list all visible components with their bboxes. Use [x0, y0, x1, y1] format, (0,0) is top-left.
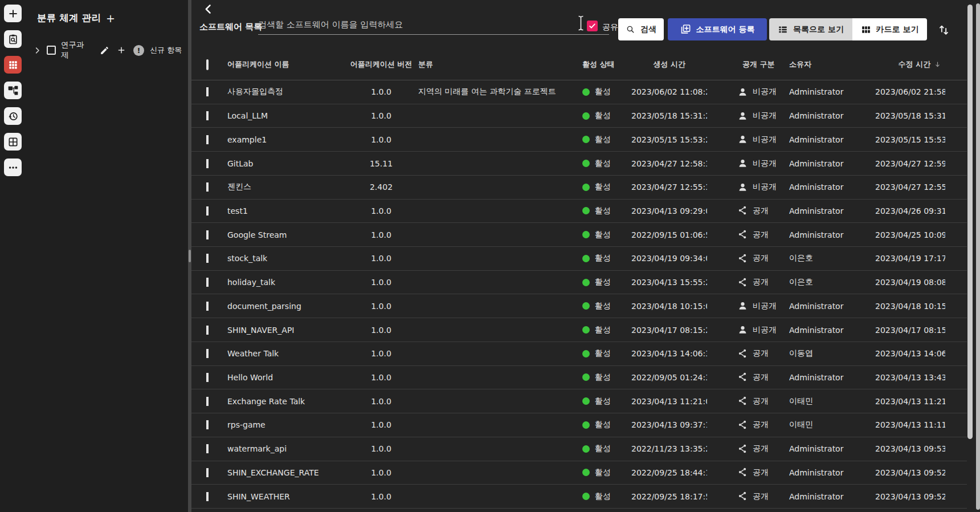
panel-splitter[interactable]	[188, 0, 191, 512]
person-icon	[737, 87, 748, 97]
history-button[interactable]	[4, 107, 22, 125]
more-button[interactable]	[4, 159, 22, 176]
share-icon	[737, 277, 748, 288]
row-checkbox[interactable]	[206, 111, 209, 120]
status-dot	[582, 373, 590, 381]
status-label: 활성	[595, 444, 611, 454]
modified-time: 2023/04/13 09:53:25	[875, 444, 945, 453]
row-checkbox[interactable]	[206, 135, 209, 144]
header-category[interactable]: 분류	[413, 59, 582, 70]
status-label: 활성	[595, 135, 611, 145]
table-row[interactable]: Exchange Rate Talk 1.0.0 활성 2023/04/13 1…	[191, 389, 967, 413]
sort-order-button[interactable]	[937, 23, 951, 37]
table-row[interactable]: SHIN_WEATHER 1.0.0 활성 2022/09/25 18:17:5…	[191, 485, 967, 509]
back-button[interactable]	[203, 3, 214, 15]
table-row[interactable]: test1 1.0.0 활성 2023/04/13 09:29:07 공개 Ad…	[191, 200, 967, 224]
app-version: 1.0.0	[350, 492, 413, 501]
header-status[interactable]: 활성 상태	[582, 59, 631, 70]
table-row[interactable]: SHIN_NAVER_API 1.0.0 활성 2023/04/17 08:15…	[191, 318, 967, 342]
table-row[interactable]: holiday_talk 1.0.0 활성 2023/04/13 15:55:2…	[191, 271, 967, 295]
tree-icon	[7, 85, 19, 96]
table-row[interactable]: watermark_api 1.0.0 활성 2022/11/23 13:35:…	[191, 437, 967, 461]
status-label: 활성	[595, 468, 611, 478]
table-row[interactable]: 젠킨스 2.402 활성 2023/04/27 12:55:33 비공개 Adm…	[191, 176, 967, 200]
table-row[interactable]: 사용자몰입측정 1.0.0 지역의 미래를 여는 과학기술 프로젝트 활성 20…	[191, 80, 967, 104]
clipboard-search-button[interactable]	[4, 30, 22, 48]
edit-pencil-icon[interactable]	[100, 46, 109, 55]
status-label: 활성	[595, 111, 611, 121]
table-row[interactable]: Local_LLM 1.0.0 활성 2023/05/18 15:31:20 비…	[191, 104, 967, 128]
row-checkbox[interactable]	[206, 230, 209, 239]
select-all-checkbox[interactable]	[206, 59, 209, 70]
row-checkbox[interactable]	[206, 444, 209, 453]
app-name: Exchange Rate Talk	[227, 397, 350, 406]
visibility-label: 공개	[753, 277, 769, 287]
status-dot	[582, 326, 590, 334]
share-label[interactable]: 공유	[602, 22, 618, 32]
row-checkbox[interactable]	[206, 159, 209, 168]
table-row[interactable]: Google Stream 1.0.0 활성 2022/09/15 01:06:…	[191, 223, 967, 247]
chevron-right-icon[interactable]	[33, 46, 42, 55]
app-version: 1.0.0	[350, 397, 413, 406]
header-created[interactable]: 생성 시간	[631, 59, 707, 70]
row-checkbox[interactable]	[206, 468, 209, 477]
software-list-button[interactable]	[4, 56, 22, 74]
window-scrollbar-thumb[interactable]	[976, 3, 980, 510]
header-modified[interactable]: 수정 시간	[875, 59, 945, 70]
search-input[interactable]	[258, 14, 609, 35]
row-checkbox[interactable]	[206, 492, 209, 501]
row-checkbox[interactable]	[206, 206, 209, 216]
person-icon	[737, 182, 748, 193]
owner: Administrator	[789, 326, 875, 335]
row-checkbox[interactable]	[206, 373, 209, 382]
row-checkbox[interactable]	[206, 87, 209, 96]
visibility-label: 공개	[753, 230, 769, 240]
tree-node-checkbox[interactable]	[47, 46, 56, 55]
table-row[interactable]: Weather Talk 1.0.0 활성 2023/04/13 14:06:3…	[191, 342, 967, 366]
header-app-version[interactable]: 어플리케이션 버전	[350, 59, 413, 70]
register-software-button[interactable]: 소프트웨어 등록	[668, 18, 767, 40]
add-button[interactable]	[4, 5, 22, 22]
table-row[interactable]: document_parsing 1.0.0 활성 2023/04/18 10:…	[191, 294, 967, 318]
share-checkbox[interactable]	[587, 21, 598, 31]
app-category: 지역의 미래를 여는 과학기술 프로젝트	[413, 87, 582, 97]
header-owner[interactable]: 소유자	[789, 59, 875, 70]
app-version: 1.0.0	[350, 326, 413, 335]
table-row[interactable]: rps-game 1.0.0 활성 2023/04/13 09:37:14 공개…	[191, 413, 967, 437]
owner: Administrator	[789, 87, 875, 96]
list-view-toggle[interactable]: 목록으로 보기	[769, 18, 852, 40]
row-checkbox[interactable]	[206, 420, 209, 429]
grid-view-button[interactable]	[4, 133, 22, 151]
created-time: 2022/11/23 13:35:25	[631, 444, 707, 453]
header-visibility[interactable]: 공개 구분	[707, 59, 789, 70]
row-checkbox[interactable]	[206, 326, 209, 335]
visibility-label: 비공개	[753, 325, 777, 335]
table-row[interactable]: Hello World 1.0.0 활성 2022/09/05 01:24:37…	[191, 366, 967, 390]
row-checkbox[interactable]	[206, 349, 209, 358]
table-row[interactable]: example1 1.0.0 활성 2023/05/15 15:53:28 비공…	[191, 128, 967, 152]
row-checkbox[interactable]	[206, 254, 209, 263]
table-row[interactable]: SHIN_EXCHANGE_RATE 1.0.0 활성 2022/09/25 1…	[191, 461, 967, 485]
table-row[interactable]: GitLab 15.11 활성 2023/04/27 12:58:39 비공개 …	[191, 152, 967, 176]
row-checkbox[interactable]	[206, 397, 209, 406]
card-view-toggle[interactable]: 카드로 보기	[852, 18, 927, 40]
table-scrollbar-thumb[interactable]	[967, 5, 973, 439]
header-app-name[interactable]: 어플리케이션 이름	[227, 59, 350, 70]
add-child-icon[interactable]	[117, 46, 126, 55]
table-header: 어플리케이션 이름 어플리케이션 버전 분류 활성 상태 생성 시간 공개 구분…	[191, 54, 967, 80]
modified-time: 2023/05/15 15:53:28	[875, 135, 945, 144]
tree-node-label[interactable]: 연구과제	[61, 40, 91, 60]
status-label: 활성	[595, 182, 611, 192]
app-name: example1	[227, 135, 350, 144]
app-name: GitLab	[227, 159, 350, 168]
row-checkbox[interactable]	[206, 302, 209, 311]
row-checkbox[interactable]	[206, 278, 209, 287]
table-row[interactable]: stock_talk 1.0.0 활성 2023/04/19 09:34:02 …	[191, 247, 967, 271]
sort-descending-icon	[933, 60, 942, 69]
tree-button[interactable]	[4, 82, 22, 99]
created-time: 2023/06/02 11:08:22	[631, 87, 707, 96]
created-time: 2023/04/17 08:15:29	[631, 326, 707, 335]
row-checkbox[interactable]	[206, 182, 209, 192]
panel-add-button[interactable]: +	[106, 12, 115, 25]
search-button[interactable]: 검색	[618, 18, 664, 40]
